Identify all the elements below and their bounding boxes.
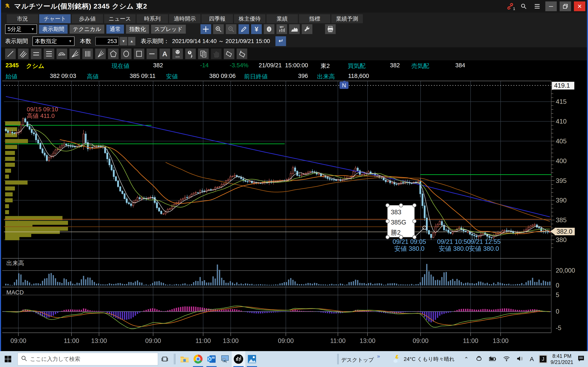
hand-tool[interactable] xyxy=(211,49,222,59)
weather-text[interactable]: 24°C くもり時々晴れ xyxy=(404,356,455,363)
trading-app-icon[interactable] xyxy=(232,351,245,367)
weather-icon[interactable] xyxy=(392,355,401,364)
count-decrement-button[interactable]: ▼ xyxy=(120,37,127,45)
tab-5[interactable]: 適時開示 xyxy=(169,14,200,23)
timeframe-dropdown[interactable]: 5分足▼ xyxy=(5,25,37,34)
wrench-icon[interactable] xyxy=(302,24,312,34)
count-input[interactable]: 253 xyxy=(95,37,119,45)
ime-mode[interactable]: A xyxy=(530,356,534,363)
toolbar-button-3[interactable]: 指数化 xyxy=(126,25,149,34)
minimize-button[interactable]: ─ xyxy=(545,1,557,11)
crosshair-icon[interactable] xyxy=(200,24,211,34)
pencil-icon[interactable] xyxy=(238,24,249,34)
svg-text:11:00: 11:00 xyxy=(195,337,211,344)
svg-text:09:00: 09:00 xyxy=(413,337,429,344)
link-badge: 1 xyxy=(513,7,515,11)
text-tool[interactable]: A xyxy=(159,49,170,59)
search-icon[interactable] xyxy=(518,2,529,11)
battery-icon[interactable] xyxy=(489,356,497,362)
printer-icon[interactable] xyxy=(325,24,336,34)
low-value: 380 09:06 xyxy=(209,73,236,79)
task-view-icon[interactable] xyxy=(158,351,172,367)
svg-text:09/21 12:55: 09/21 12:55 xyxy=(467,238,501,245)
open-value: 382 09:03 xyxy=(50,73,76,79)
reset-period-button[interactable] xyxy=(276,36,286,46)
wifi-icon[interactable] xyxy=(503,356,510,362)
toolbar-button-1[interactable]: テクニカル xyxy=(70,25,104,34)
two-hlines-tool[interactable] xyxy=(31,49,42,59)
last-label: 現在値 xyxy=(112,62,130,70)
svg-text:11:00: 11:00 xyxy=(64,337,79,344)
toolbar-button-4[interactable]: スプレッド xyxy=(151,25,186,34)
my-chart-icon[interactable]: MY xyxy=(277,24,287,34)
three-hlines-tool[interactable] xyxy=(44,49,54,59)
pitchfork-tool[interactable] xyxy=(95,49,106,59)
pushpin-icon xyxy=(4,3,11,10)
icon-stamp-tool[interactable]: icon xyxy=(172,49,183,59)
copy-tool[interactable] xyxy=(198,49,209,59)
count-mode-dropdown[interactable]: 本数指定▼ xyxy=(33,36,75,46)
tab-10[interactable]: 業績予測 xyxy=(331,14,363,23)
screen-share-icon[interactable] xyxy=(218,351,232,367)
clock-time: 8:41 PM xyxy=(551,353,573,359)
zoom-out-icon[interactable] xyxy=(226,24,236,34)
parallel-lines-tool[interactable] xyxy=(18,49,29,59)
svg-text:385G: 385G xyxy=(391,219,406,226)
toolbar-chevrons-icon[interactable]: » xyxy=(377,353,380,359)
tab-8[interactable]: 業績 xyxy=(267,14,298,23)
change-pct: -3.54% xyxy=(230,62,249,69)
area-chart-icon[interactable] xyxy=(289,24,300,34)
tab-0[interactable]: 市況 xyxy=(7,14,38,23)
svg-text:09:00: 09:00 xyxy=(278,337,294,344)
link-icon[interactable]: 1 xyxy=(505,2,516,11)
start-button[interactable] xyxy=(0,351,16,367)
ime-lang-badge[interactable]: J xyxy=(539,355,547,363)
toolbar-button-0[interactable]: 表示期間 xyxy=(39,25,68,34)
svg-text:11:00: 11:00 xyxy=(463,337,478,344)
hline-segment-tool[interactable] xyxy=(147,49,157,59)
tab-3[interactable]: ニュース xyxy=(104,14,136,23)
taskbar-clock[interactable]: 8:41 PM 9/21/2021 xyxy=(551,353,573,365)
open-label: 始値 xyxy=(6,73,17,81)
toolbar-button-2[interactable]: 通常 xyxy=(106,25,124,34)
svg-text:icon: icon xyxy=(176,55,180,58)
count-increment-button[interactable]: ▲ xyxy=(128,37,135,45)
quote-row-1: 2345クシム現在値382-14-3.54%21/09/21 15:00:00東… xyxy=(1,60,587,71)
tab-9[interactable]: 指標 xyxy=(299,14,330,23)
tab-6[interactable]: 四季報 xyxy=(201,14,233,23)
eraser-all-tool[interactable]: A xyxy=(237,49,247,59)
arcs-tool[interactable] xyxy=(57,49,67,59)
yen-icon[interactable]: ¥ xyxy=(251,24,262,34)
price-chart[interactable]: 09:0011:0013:0009:0011:0013:0009:0011:00… xyxy=(1,81,587,351)
tab-2[interactable]: 歩み値 xyxy=(72,14,103,23)
outlook-icon[interactable] xyxy=(205,351,218,367)
fan-lines-tool[interactable] xyxy=(69,49,80,59)
explorer-icon[interactable] xyxy=(178,351,191,367)
menu-icon[interactable] xyxy=(532,2,543,11)
pointer-jump-tool[interactable] xyxy=(185,49,196,59)
notification-center-icon[interactable] xyxy=(577,355,585,363)
tab-7[interactable]: 株主優待 xyxy=(234,14,265,23)
vlines-tool[interactable] xyxy=(82,49,93,59)
line-tool[interactable] xyxy=(5,49,16,59)
pentagon-tool[interactable] xyxy=(108,49,119,59)
tab-1[interactable]: チャート xyxy=(39,14,71,23)
restore-button[interactable] xyxy=(560,1,571,11)
bid-value: 382 xyxy=(390,62,400,69)
rectangle-tool[interactable] xyxy=(134,49,144,59)
zoom-in-icon[interactable] xyxy=(213,24,224,34)
hidden-icons-chevron[interactable]: ⌃ xyxy=(464,356,468,362)
taskbar-search-input[interactable]: ここに入力して検索 xyxy=(17,353,158,365)
close-button[interactable]: ✕ xyxy=(574,1,585,11)
onedrive-icon[interactable] xyxy=(476,356,483,363)
photos-icon[interactable] xyxy=(245,351,259,367)
desktop-toolbar[interactable]: デスクトップ xyxy=(341,356,374,364)
svg-text:安値 380.0: 安値 380.0 xyxy=(439,245,469,252)
eraser-tool[interactable] xyxy=(224,49,234,59)
chrome-icon[interactable] xyxy=(191,351,205,367)
volume-icon[interactable] xyxy=(516,356,524,362)
ellipse-tool[interactable] xyxy=(121,49,131,59)
chevron-down-icon: ▼ xyxy=(31,27,35,31)
tab-4[interactable]: 時系列 xyxy=(137,14,168,23)
info-icon[interactable]: i xyxy=(264,24,274,34)
